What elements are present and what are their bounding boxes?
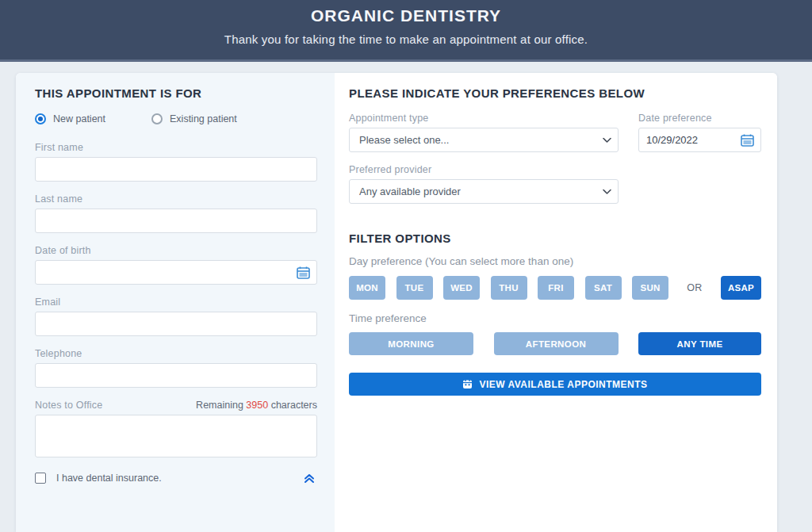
first-name-group: First name (35, 142, 317, 182)
notes-field[interactable] (35, 415, 317, 457)
date-of-birth-field[interactable] (35, 260, 317, 285)
telephone-group: Telephone (35, 348, 317, 388)
radio-new-patient[interactable]: New patient (35, 113, 105, 124)
patient-type-radio-group: New patient Existing patient (35, 113, 317, 124)
notes-label: Notes to Office (35, 400, 102, 411)
date-preference-group: Date preference (638, 113, 761, 152)
preferences-heading: PLEASE INDICATE YOUR PREFERENCES BELOW (349, 86, 761, 100)
appointment-type-label: Appointment type (349, 113, 619, 124)
filter-options-heading: FILTER OPTIONS (349, 232, 761, 245)
appointment-for-heading: THIS APPOINTMENT IS FOR (35, 86, 317, 100)
last-name-field[interactable] (35, 209, 317, 233)
day-button-mon[interactable]: MON (349, 276, 385, 300)
date-of-birth-label: Date of birth (35, 245, 317, 256)
day-button-fri[interactable]: FRI (538, 276, 574, 300)
calendar-icon[interactable] (740, 133, 754, 147)
preferences-panel: PLEASE INDICATE YOUR PREFERENCES BELOW A… (335, 73, 777, 532)
telephone-label: Telephone (35, 348, 317, 359)
email-group: Email (35, 297, 317, 336)
insurance-row: I have dental insurance. (35, 472, 317, 484)
last-name-group: Last name (35, 193, 317, 233)
page-subtitle: Thank you for taking the time to make an… (0, 33, 812, 46)
date-preference-label: Date preference (638, 113, 761, 124)
day-button-sun[interactable]: SUN (632, 276, 668, 300)
day-button-row: MON TUE WED THU FRI SAT SUN OR ASAP (349, 276, 761, 300)
radio-selected-icon (35, 113, 46, 124)
day-button-thu[interactable]: THU (491, 276, 527, 300)
insurance-checkbox[interactable] (35, 473, 46, 484)
notes-group: Notes to Office Remaining 3950 character… (35, 400, 317, 457)
time-preference-label: Time preference (349, 312, 761, 324)
time-button-afternoon[interactable]: AFTERNOON (494, 332, 619, 355)
insurance-checkbox-label: I have dental insurance. (56, 473, 162, 484)
email-label: Email (35, 297, 317, 308)
time-button-anytime[interactable]: ANY TIME (638, 332, 761, 355)
radio-existing-patient-label: Existing patient (170, 113, 237, 124)
day-preference-label: Day preference (You can select more than… (349, 255, 761, 267)
double-chevron-up-icon[interactable] (301, 472, 317, 484)
radio-existing-patient[interactable]: Existing patient (151, 113, 237, 124)
preferred-provider-select[interactable]: Any available provider (349, 179, 619, 204)
page-header: ORGANIC DENTISTRY Thank you for taking t… (0, 0, 812, 62)
appointment-type-select[interactable]: Please select one... (349, 128, 619, 152)
page-title: ORGANIC DENTISTRY (0, 6, 812, 25)
time-button-morning[interactable]: MORNING (349, 332, 473, 355)
time-button-row: MORNING AFTERNOON ANY TIME (349, 332, 761, 355)
view-appointments-label: VIEW AVAILABLE APPOINTMENTS (479, 379, 647, 390)
preferred-provider-label: Preferred provider (349, 164, 619, 175)
appointment-type-group: Appointment type Please select one... (349, 113, 619, 152)
radio-new-patient-label: New patient (53, 113, 105, 124)
date-of-birth-group: Date of birth (35, 245, 317, 285)
radio-unselected-icon (151, 113, 163, 124)
first-name-field[interactable] (35, 157, 317, 182)
telephone-field[interactable] (35, 363, 317, 388)
patient-info-panel: THIS APPOINTMENT IS FOR New patient Exis… (16, 73, 335, 532)
calendar-icon[interactable] (296, 266, 310, 280)
or-label: OR (687, 282, 703, 293)
booking-calendar-icon (462, 379, 473, 389)
view-appointments-button[interactable]: VIEW AVAILABLE APPOINTMENTS (349, 373, 761, 396)
day-button-sat[interactable]: SAT (585, 276, 622, 300)
email-field[interactable] (35, 312, 317, 336)
day-button-tue[interactable]: TUE (396, 276, 433, 300)
remaining-characters-text: Remaining 3950 characters (196, 400, 317, 411)
day-button-wed[interactable]: WED (443, 276, 480, 300)
asap-button[interactable]: ASAP (721, 276, 761, 300)
appointment-form-card: THIS APPOINTMENT IS FOR New patient Exis… (16, 73, 777, 532)
preferred-provider-group: Preferred provider Any available provide… (349, 164, 619, 204)
last-name-label: Last name (35, 193, 317, 205)
remaining-count: 3950 (246, 400, 268, 411)
first-name-label: First name (35, 142, 317, 153)
